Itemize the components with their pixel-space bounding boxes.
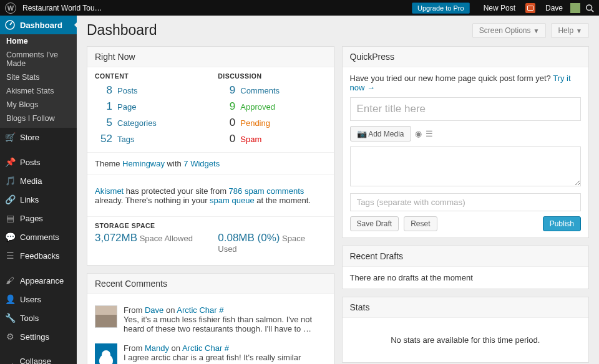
sidebar-item-settings[interactable]: ⚙Settings: [0, 327, 77, 346]
notifications-icon[interactable]: [525, 3, 535, 13]
admin-sidebar: Dashboard Home Comments I've Made Site S…: [0, 16, 77, 364]
stat-posts[interactable]: 8Posts: [95, 82, 203, 98]
sidebar-item-label: Dashboard: [20, 21, 62, 30]
stat-approved[interactable]: 9Approved: [218, 98, 326, 115]
stat-page[interactable]: 1Page: [95, 98, 203, 115]
space-used-value: 0.08MB (0%): [218, 232, 280, 244]
search-icon[interactable]: [585, 4, 594, 12]
upgrade-button[interactable]: Upgrade to Pro: [412, 2, 470, 14]
stat-comments[interactable]: 9Comments: [218, 82, 326, 98]
media-icon: 🎵: [5, 176, 15, 186]
stat-categories[interactable]: 5Categories: [95, 115, 203, 131]
screen-options-button[interactable]: Screen Options▼: [472, 23, 547, 38]
poll-icon[interactable]: ◉: [415, 129, 422, 138]
sidebar-item-label: Tools: [20, 314, 39, 323]
cart-icon: 🛒: [5, 132, 15, 142]
collapse-menu[interactable]: ◀Collapse menu: [0, 352, 77, 364]
widget-title: Right Now: [87, 47, 334, 67]
stat-pending[interactable]: 0Pending: [218, 115, 326, 131]
sidebar-item-pages[interactable]: ▤Pages: [0, 209, 77, 228]
form-icon[interactable]: ☰: [426, 129, 433, 138]
sidebar-item-users[interactable]: 👤Users: [0, 290, 77, 309]
post-content-textarea[interactable]: [350, 146, 582, 186]
brush-icon: 🖌: [5, 275, 15, 285]
sidebar-item-label: Appearance: [20, 276, 64, 285]
right-now-widget: Right Now CONTENT 8Posts 1Page 5Categori…: [87, 46, 334, 266]
sidebar-item-label: Users: [20, 295, 41, 304]
collapse-icon: ◀: [5, 361, 14, 364]
comment-post-link[interactable]: Arctic Char #: [182, 343, 229, 353]
space-allowed-label: Space Allowed: [140, 234, 193, 243]
sidebar-sub-home[interactable]: Home: [0, 34, 77, 48]
gear-icon: ⚙: [5, 332, 15, 342]
sidebar-sub-comments-made[interactable]: Comments I've Made: [0, 48, 77, 70]
sidebar-submenu: Home Comments I've Made Site Stats Akism…: [0, 34, 77, 128]
chevron-down-icon: ▼: [576, 27, 582, 34]
user-icon: 👤: [5, 294, 15, 304]
feedback-icon: ☰: [5, 251, 15, 261]
page-icon: ▤: [5, 213, 15, 223]
sidebar-sub-blogs-follow[interactable]: Blogs I Follow: [0, 112, 77, 125]
widget-title: QuickPress: [343, 47, 589, 67]
quickpress-widget: QuickPress Have you tried our new home p…: [342, 46, 590, 238]
reset-button[interactable]: Reset: [404, 216, 437, 231]
storage-heading: STORAGE SPACE: [87, 217, 334, 232]
comment-icon: 💬: [5, 232, 15, 242]
widgets-link[interactable]: 7 Widgets: [183, 159, 220, 168]
spam-count-link[interactable]: 786 spam comments: [229, 186, 304, 196]
sidebar-item-feedbacks[interactable]: ☰Feedbacks: [0, 246, 77, 265]
content-heading: CONTENT: [95, 67, 203, 82]
recent-drafts-widget: Recent Drafts There are no drafts at the…: [342, 246, 590, 289]
camera-icon: 📷: [357, 129, 367, 138]
pin-icon: 📌: [5, 157, 15, 167]
sidebar-item-tools[interactable]: 🔧Tools: [0, 309, 77, 327]
sidebar-item-label: Feedbacks: [20, 251, 60, 261]
post-title-input[interactable]: [350, 97, 582, 121]
comment-body: I agree arctic char is a great fish! It'…: [124, 353, 326, 364]
comment-item: From Dave on Arctic Char # Yes, it's a m…: [95, 300, 326, 338]
publish-button[interactable]: Publish: [543, 216, 581, 231]
sidebar-item-dashboard[interactable]: Dashboard: [0, 16, 77, 34]
comment-item: From Mandy on Arctic Char # I agree arct…: [95, 338, 326, 364]
sidebar-item-label: Store: [20, 133, 39, 142]
post-tags-input[interactable]: [350, 193, 582, 211]
sidebar-sub-site-stats[interactable]: Site Stats: [0, 70, 77, 84]
comment-author-link[interactable]: Mandy: [145, 343, 169, 353]
new-post-link[interactable]: New Post: [484, 4, 515, 12]
link-icon: 🔗: [5, 194, 15, 204]
comment-author-link[interactable]: Dave: [145, 305, 163, 315]
sidebar-item-store[interactable]: 🛒Store: [0, 128, 77, 146]
stat-spam[interactable]: 0Spam: [218, 131, 326, 147]
help-button[interactable]: Help▼: [551, 23, 589, 38]
sidebar-item-comments[interactable]: 💬Comments: [0, 228, 77, 246]
avatar[interactable]: [570, 3, 580, 13]
stats-widget: Stats No stats are available for this ti…: [342, 297, 590, 363]
admin-topbar: W Restaurant World Tou… Upgrade to Pro N…: [0, 0, 599, 16]
main-content: Dashboard Screen Options▼ Help▼ Right No…: [77, 16, 599, 364]
stat-tags[interactable]: 52Tags: [95, 131, 203, 147]
sidebar-item-links[interactable]: 🔗Links: [0, 190, 77, 209]
page-title: Dashboard: [87, 22, 467, 39]
sidebar-sub-akismet-stats[interactable]: Akismet Stats: [0, 84, 77, 98]
theme-link[interactable]: Hemingway: [122, 159, 165, 168]
sidebar-item-posts[interactable]: 📌Posts: [0, 153, 77, 171]
widget-title: Recent Comments: [87, 274, 334, 294]
sidebar-item-media[interactable]: 🎵Media: [0, 171, 77, 190]
widget-title: Stats: [343, 297, 589, 318]
wordpress-logo-icon[interactable]: W: [5, 2, 16, 14]
site-title[interactable]: Restaurant World Tou…: [22, 4, 102, 12]
comment-post-link[interactable]: Arctic Char #: [177, 305, 223, 315]
avatar: [95, 305, 117, 328]
stats-empty-text: No stats are available for this time per…: [343, 318, 589, 362]
svg-point-0: [587, 4, 592, 10]
sidebar-sub-my-blogs[interactable]: My Blogs: [0, 98, 77, 112]
save-draft-button[interactable]: Save Draft: [350, 216, 399, 231]
add-media-button[interactable]: 📷 Add Media: [350, 126, 411, 141]
sidebar-item-appearance[interactable]: 🖌Appearance: [0, 271, 77, 290]
user-name[interactable]: Dave: [545, 4, 563, 12]
discussion-heading: DISCUSSION: [218, 67, 326, 82]
spam-queue-link[interactable]: spam queue: [210, 196, 255, 205]
svg-line-1: [592, 9, 594, 12]
sidebar-item-label: Comments: [20, 232, 59, 242]
akismet-link[interactable]: Akismet: [95, 186, 124, 196]
